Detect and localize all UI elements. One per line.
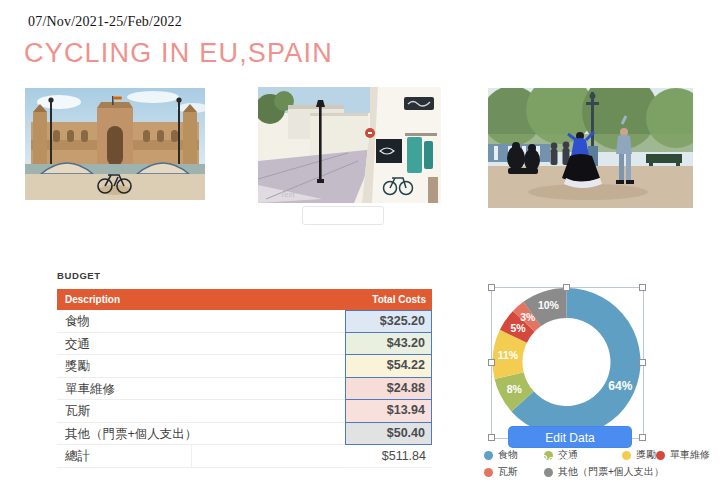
photo-park-flamenco-dancers[interactable]: [488, 88, 693, 208]
legend-color-dot: [622, 451, 631, 460]
slice-percent-label: 10%: [538, 299, 560, 311]
legend-label: 單車維修: [670, 448, 710, 462]
row-description-cell[interactable]: 瓦斯: [57, 400, 345, 423]
slice-percent-label: 5%: [510, 322, 526, 334]
legend-item-單車維修[interactable]: 單車維修: [656, 448, 710, 462]
selection-handle[interactable]: [639, 359, 646, 366]
row-amount-cell-selected[interactable]: $325.20: [345, 310, 432, 333]
row-description-cell[interactable]: 單車維修: [57, 378, 345, 401]
legend-label: 獎勵: [636, 448, 656, 462]
date-range[interactable]: 07/Nov/2021-25/Feb/2022: [28, 14, 182, 30]
legend-label: 食物: [498, 448, 518, 462]
table-total-row[interactable]: 總計 $511.84: [57, 445, 432, 468]
row-amount-cell-selected[interactable]: $24.88: [345, 378, 432, 401]
slide-title[interactable]: CYCLING IN EU,SPAIN: [24, 38, 333, 69]
total-label: 總計: [57, 445, 192, 468]
slice-percent-label: 8%: [507, 383, 523, 395]
row-amount-cell-selected[interactable]: $43.20: [345, 333, 432, 356]
column-header-total-costs[interactable]: Total Costs: [345, 289, 432, 310]
selection-handle[interactable]: [488, 359, 495, 366]
legend-item-食物[interactable]: 食物: [484, 448, 518, 462]
slide-canvas: 07/Nov/2021-25/Feb/2022 CYCLING IN EU,SP…: [0, 0, 720, 490]
legend-color-dot: [484, 451, 493, 460]
table-row[interactable]: 獎勵$54.22: [57, 355, 432, 378]
budget-donut-chart[interactable]: 64%8%11%5%3%10%: [480, 276, 655, 448]
row-description-cell[interactable]: 獎勵: [57, 355, 345, 378]
selection-handle[interactable]: [639, 434, 646, 441]
table-header-row: Description Total Costs: [57, 289, 432, 310]
legend-item-瓦斯[interactable]: 瓦斯: [484, 465, 518, 479]
legend-color-dot: [656, 451, 665, 460]
legend-item-獎勵[interactable]: 獎勵: [622, 448, 656, 462]
park-dancers-illustration: [488, 88, 693, 208]
selection-handle[interactable]: [639, 284, 646, 291]
table-row[interactable]: 食物$325.20: [57, 310, 432, 333]
slice-percent-label: 64%: [608, 379, 632, 393]
table-row[interactable]: 其他（門票+個人支出）$50.40: [57, 423, 432, 446]
selection-handle[interactable]: [563, 284, 570, 291]
table-row[interactable]: 單車維修$24.88: [57, 378, 432, 401]
table-row[interactable]: 瓦斯$13.94: [57, 400, 432, 423]
photo-plaza-espana-bicycle[interactable]: [25, 88, 205, 200]
total-spacer: [192, 445, 345, 468]
table-row[interactable]: 交通$43.20: [57, 333, 432, 356]
text-placeholder-label[interactable]: Text: [280, 190, 295, 199]
row-description-cell[interactable]: 交通: [57, 333, 345, 356]
selection-handle[interactable]: [488, 284, 495, 291]
legend-label: 瓦斯: [498, 465, 518, 479]
row-description-cell[interactable]: 其他（門票+個人支出）: [57, 423, 345, 446]
budget-section-label: BUDGET: [57, 270, 101, 281]
selection-handle[interactable]: [488, 434, 495, 441]
row-amount-cell-selected[interactable]: $50.40: [345, 423, 432, 446]
table-body: 食物$325.20交通$43.20獎勵$54.22單車維修$24.88瓦斯$13…: [57, 310, 432, 445]
total-amount: $511.84: [345, 445, 432, 468]
village-street-illustration: [258, 87, 441, 203]
row-description-cell[interactable]: 食物: [57, 310, 345, 333]
slice-percent-label: 11%: [498, 349, 519, 361]
empty-caption-box[interactable]: [302, 206, 384, 225]
row-amount-cell-selected[interactable]: $13.94: [345, 400, 432, 423]
edit-data-references-button[interactable]: Edit Data References: [508, 426, 632, 448]
row-amount-cell-selected[interactable]: $54.22: [345, 355, 432, 378]
column-header-description[interactable]: Description: [57, 289, 345, 310]
photo-white-village-street[interactable]: [258, 87, 441, 203]
legend-color-dot: [484, 468, 493, 477]
budget-table[interactable]: Description Total Costs 食物$325.20交通$43.2…: [57, 289, 432, 468]
plaza-espana-illustration: [25, 88, 205, 200]
